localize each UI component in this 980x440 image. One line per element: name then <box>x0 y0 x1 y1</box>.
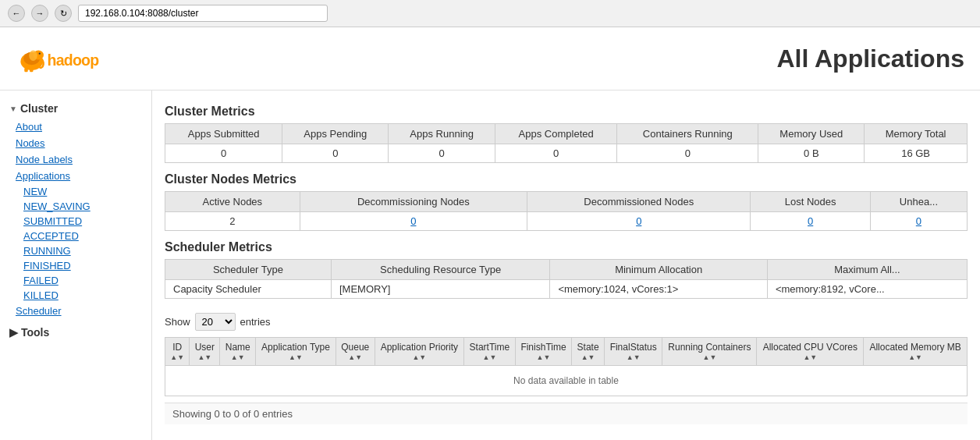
page-title: All Applications <box>776 44 964 73</box>
sidebar-sub-item-failed[interactable]: FAILED <box>0 273 151 288</box>
app-header: hadoop All Applications <box>0 27 980 90</box>
scheduler-val-1: [MEMORY] <box>331 280 549 299</box>
cluster-metrics-col-2: Apps Running <box>389 124 495 144</box>
cluster-metrics-val-0: 0 <box>165 144 282 163</box>
nodes-metrics-header-row: Active NodesDecommissioning NodesDecommi… <box>165 192 968 212</box>
back-button[interactable]: ← <box>8 5 25 22</box>
nodes-col-4: Unhea... <box>870 192 967 212</box>
back-icon: ← <box>12 9 21 18</box>
nodes-val-2[interactable]: 0 <box>527 212 751 231</box>
cluster-metrics-col-4: Containers Running <box>617 124 758 144</box>
cluster-metrics-val-1: 0 <box>282 144 389 163</box>
refresh-icon: ↻ <box>60 9 67 19</box>
forward-icon: → <box>36 9 44 18</box>
nodes-val-1[interactable]: 0 <box>300 212 527 231</box>
cluster-metrics-col-6: Memory Total <box>865 124 968 144</box>
sidebar-sub-item-new_saving[interactable]: NEW_SAVING <box>0 199 151 214</box>
apps-col-9[interactable]: FinalStatus ▲▼ <box>604 338 662 366</box>
nodes-metrics-value-row: 20000 <box>165 212 968 231</box>
tools-arrow-icon: ▶ <box>9 326 18 339</box>
table-info: Showing 0 to 0 of 0 entries <box>165 403 968 424</box>
nodes-val-4[interactable]: 0 <box>870 212 967 231</box>
apps-col-2[interactable]: Name ▲▼ <box>220 338 256 366</box>
scheduler-header-row: Scheduler TypeScheduling Resource TypeMi… <box>165 260 968 280</box>
sidebar-item-node-labels[interactable]: Node Labels <box>0 151 151 168</box>
svg-text:hadoop: hadoop <box>48 51 100 69</box>
cluster-section: ▼ Cluster About Nodes Node Labels Applic… <box>0 98 151 319</box>
apps-col-6[interactable]: StartTime ▲▼ <box>464 338 516 366</box>
show-label: Show <box>165 316 190 328</box>
scheduler-val-2: <memory:1024, vCores:1> <box>550 280 768 299</box>
cluster-metrics-col-0: Apps Submitted <box>165 124 282 144</box>
refresh-button[interactable]: ↻ <box>55 5 72 22</box>
cluster-metrics-table: Apps SubmittedApps PendingApps RunningAp… <box>165 123 968 163</box>
tools-header[interactable]: ▶ Tools <box>0 322 151 342</box>
cluster-metrics-col-5: Memory Used <box>758 124 865 144</box>
sidebar-item-scheduler[interactable]: Scheduler <box>0 303 151 319</box>
apps-col-5[interactable]: Application Priority ▲▼ <box>375 338 463 366</box>
url-bar[interactable] <box>78 5 328 22</box>
cluster-metrics-title: Cluster Metrics <box>165 105 968 119</box>
cluster-metrics-val-6: 16 GB <box>865 144 968 163</box>
scheduler-col-3: Maximum All... <box>767 260 967 280</box>
content-area: Cluster Metrics Apps SubmittedApps Pendi… <box>152 90 980 440</box>
sidebar-sub-item-killed[interactable]: KILLED <box>0 288 151 303</box>
sidebar: ▼ Cluster About Nodes Node Labels Applic… <box>0 90 152 440</box>
entries-label: entries <box>240 316 271 328</box>
nodes-val-0: 2 <box>165 212 300 231</box>
apps-col-10[interactable]: Running Containers ▲▼ <box>662 338 757 366</box>
scheduler-val-3: <memory:8192, vCore... <box>767 280 967 299</box>
sidebar-item-nodes[interactable]: Nodes <box>0 135 151 151</box>
scheduler-metrics-table: Scheduler TypeScheduling Resource TypeMi… <box>165 259 968 299</box>
browser-bar: ← → ↻ <box>0 0 980 27</box>
cluster-arrow-icon: ▼ <box>9 105 17 113</box>
apps-col-12[interactable]: Allocated Memory MB ▲▼ <box>864 338 968 366</box>
apps-table-header-row: ID ▲▼ User ▲▼ Name ▲▼ Application Type ▲… <box>165 338 968 366</box>
cluster-header[interactable]: ▼ Cluster <box>0 98 151 119</box>
no-data-row: No data available in table <box>165 366 968 396</box>
cluster-nodes-metrics-table: Active NodesDecommissioning NodesDecommi… <box>165 191 968 231</box>
cluster-label: Cluster <box>20 102 58 115</box>
hadoop-logo: hadoop <box>16 35 109 82</box>
apps-col-0[interactable]: ID ▲▼ <box>165 338 190 366</box>
applications-table: ID ▲▼ User ▲▼ Name ▲▼ Application Type ▲… <box>165 337 968 396</box>
apps-col-11[interactable]: Allocated CPU VCores ▲▼ <box>757 338 864 366</box>
sidebar-item-about[interactable]: About <box>0 119 151 135</box>
apps-col-7[interactable]: FinishTime ▲▼ <box>515 338 571 366</box>
svg-point-4 <box>39 53 41 55</box>
apps-col-1[interactable]: User ▲▼ <box>190 338 220 366</box>
svg-rect-6 <box>30 68 34 72</box>
tools-label: Tools <box>21 326 49 339</box>
cluster-metrics-col-1: Apps Pending <box>282 124 389 144</box>
cluster-metrics-val-3: 0 <box>495 144 617 163</box>
forward-button[interactable]: → <box>31 5 48 22</box>
svg-rect-5 <box>24 68 28 72</box>
scheduler-col-2: Minimum Allocation <box>550 260 768 280</box>
sidebar-sub-item-running[interactable]: RUNNING <box>0 243 151 258</box>
apps-col-8[interactable]: State ▲▼ <box>572 338 605 366</box>
nodes-col-1: Decommissioning Nodes <box>300 192 527 212</box>
no-data-cell: No data available in table <box>165 366 968 396</box>
sidebar-item-applications[interactable]: Applications <box>0 168 151 184</box>
apps-col-4[interactable]: Queue ▲▼ <box>336 338 375 366</box>
sidebar-sub-item-new[interactable]: NEW <box>0 184 151 199</box>
nodes-col-0: Active Nodes <box>165 192 300 212</box>
cluster-metrics-val-4: 0 <box>617 144 758 163</box>
nodes-val-3[interactable]: 0 <box>751 212 870 231</box>
nodes-col-2: Decommissioned Nodes <box>527 192 751 212</box>
scheduler-value-row: Capacity Scheduler[MEMORY]<memory:1024, … <box>165 280 968 299</box>
cluster-metrics-col-3: Apps Completed <box>495 124 617 144</box>
sidebar-sub-item-submitted[interactable]: SUBMITTED <box>0 214 151 229</box>
scheduler-col-0: Scheduler Type <box>165 260 332 280</box>
tools-section: ▶ Tools <box>0 322 151 342</box>
hadoop-logo-svg: hadoop <box>16 35 109 82</box>
nodes-col-3: Lost Nodes <box>751 192 870 212</box>
cluster-metrics-val-2: 0 <box>389 144 495 163</box>
scheduler-val-0: Capacity Scheduler <box>165 280 332 299</box>
show-entries-bar: Show 102050100 entries <box>165 308 968 337</box>
scheduler-metrics-title: Scheduler Metrics <box>165 240 968 254</box>
sidebar-sub-item-accepted[interactable]: ACCEPTED <box>0 229 151 243</box>
apps-col-3[interactable]: Application Type ▲▼ <box>256 338 336 366</box>
sidebar-sub-item-finished[interactable]: FINISHED <box>0 258 151 273</box>
entries-select[interactable]: 102050100 <box>195 313 236 331</box>
